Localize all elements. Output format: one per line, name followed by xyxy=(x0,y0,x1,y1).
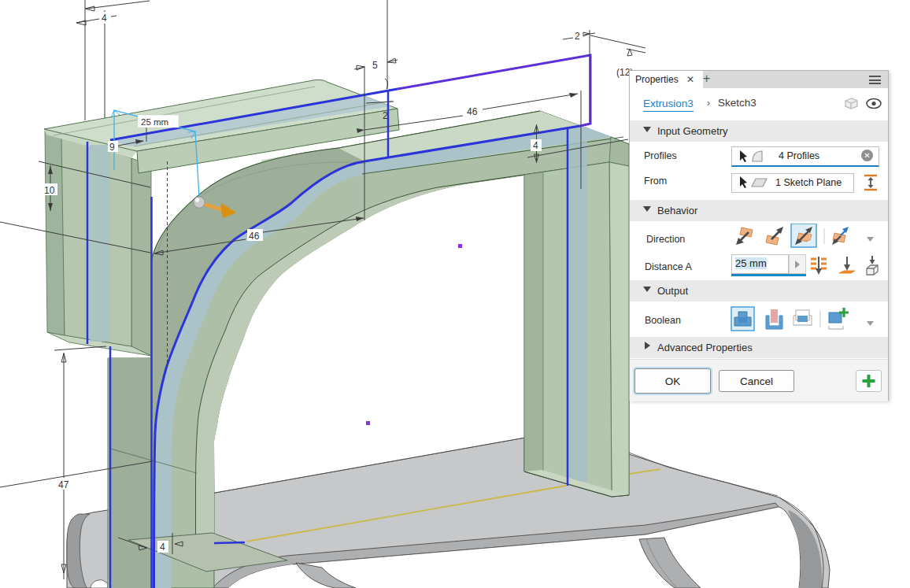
svg-text:5: 5 xyxy=(372,60,378,71)
svg-text:2: 2 xyxy=(383,110,388,121)
svg-text:47: 47 xyxy=(58,479,69,490)
svg-text:9: 9 xyxy=(109,142,115,153)
svg-text:4: 4 xyxy=(160,542,165,553)
svg-text:4: 4 xyxy=(533,140,538,151)
svg-text:10: 10 xyxy=(44,185,55,196)
svg-text:4: 4 xyxy=(102,13,107,24)
svg-text:25 mm: 25 mm xyxy=(141,117,168,127)
svg-text:46: 46 xyxy=(467,106,478,117)
svg-text:2: 2 xyxy=(575,31,580,42)
svg-text:46: 46 xyxy=(249,231,260,242)
